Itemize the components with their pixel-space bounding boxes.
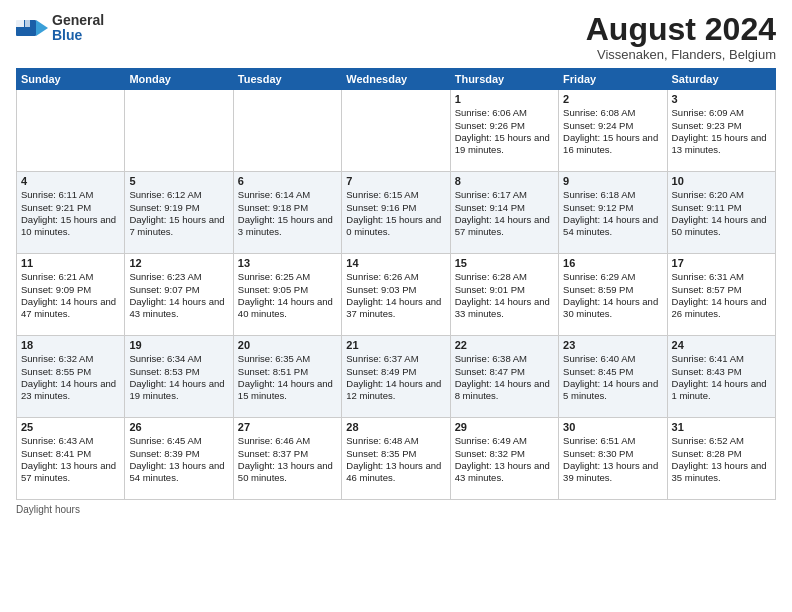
day-cell: 12Sunrise: 6:23 AMSunset: 9:07 PMDayligh…: [125, 254, 233, 336]
day-info-line: Sunrise: 6:46 AM: [238, 435, 337, 447]
day-info-line: Daylight: 14 hours and 50 minutes.: [672, 214, 771, 239]
day-info-line: Sunset: 8:39 PM: [129, 448, 228, 460]
day-info-line: Sunrise: 6:12 AM: [129, 189, 228, 201]
day-number: 14: [346, 257, 445, 269]
day-info-line: Sunset: 9:12 PM: [563, 202, 662, 214]
day-info-line: Sunset: 8:28 PM: [672, 448, 771, 460]
logo-general-text: General: [52, 13, 104, 28]
day-cell: 18Sunrise: 6:32 AMSunset: 8:55 PMDayligh…: [17, 336, 125, 418]
day-cell: [233, 90, 341, 172]
day-cell: 16Sunrise: 6:29 AMSunset: 8:59 PMDayligh…: [559, 254, 667, 336]
day-info-line: Sunset: 8:51 PM: [238, 366, 337, 378]
day-number: 6: [238, 175, 337, 187]
svg-rect-2: [16, 20, 24, 27]
day-number: 1: [455, 93, 554, 105]
day-info-line: Sunset: 9:19 PM: [129, 202, 228, 214]
day-info-line: Sunrise: 6:41 AM: [672, 353, 771, 365]
day-cell: 22Sunrise: 6:38 AMSunset: 8:47 PMDayligh…: [450, 336, 558, 418]
day-info-line: Daylight: 13 hours and 46 minutes.: [346, 460, 445, 485]
day-number: 16: [563, 257, 662, 269]
day-info-line: Sunrise: 6:17 AM: [455, 189, 554, 201]
day-info-line: Daylight: 14 hours and 43 minutes.: [129, 296, 228, 321]
day-number: 3: [672, 93, 771, 105]
day-info-line: Daylight: 14 hours and 37 minutes.: [346, 296, 445, 321]
day-number: 18: [21, 339, 120, 351]
day-number: 9: [563, 175, 662, 187]
day-number: 22: [455, 339, 554, 351]
day-info-line: Sunrise: 6:49 AM: [455, 435, 554, 447]
day-info-line: Sunset: 8:57 PM: [672, 284, 771, 296]
day-info-line: Sunset: 9:23 PM: [672, 120, 771, 132]
day-cell: 9Sunrise: 6:18 AMSunset: 9:12 PMDaylight…: [559, 172, 667, 254]
day-cell: 5Sunrise: 6:12 AMSunset: 9:19 PMDaylight…: [125, 172, 233, 254]
day-info-line: Sunrise: 6:08 AM: [563, 107, 662, 119]
day-cell: 2Sunrise: 6:08 AMSunset: 9:24 PMDaylight…: [559, 90, 667, 172]
day-cell: 1Sunrise: 6:06 AMSunset: 9:26 PMDaylight…: [450, 90, 558, 172]
day-number: 2: [563, 93, 662, 105]
day-info-line: Daylight: 14 hours and 8 minutes.: [455, 378, 554, 403]
day-info-line: Daylight: 14 hours and 15 minutes.: [238, 378, 337, 403]
day-info-line: Sunrise: 6:43 AM: [21, 435, 120, 447]
day-info-line: Sunrise: 6:26 AM: [346, 271, 445, 283]
day-info-line: Sunrise: 6:40 AM: [563, 353, 662, 365]
day-number: 30: [563, 421, 662, 433]
day-info-line: Sunrise: 6:14 AM: [238, 189, 337, 201]
day-cell: [17, 90, 125, 172]
day-info-line: Sunset: 9:07 PM: [129, 284, 228, 296]
day-cell: 7Sunrise: 6:15 AMSunset: 9:16 PMDaylight…: [342, 172, 450, 254]
day-number: 17: [672, 257, 771, 269]
day-cell: [125, 90, 233, 172]
day-info-line: Daylight: 14 hours and 30 minutes.: [563, 296, 662, 321]
day-info-line: Sunset: 9:03 PM: [346, 284, 445, 296]
day-info-line: Daylight: 15 hours and 19 minutes.: [455, 132, 554, 157]
day-info-line: Daylight: 14 hours and 40 minutes.: [238, 296, 337, 321]
day-info-line: Sunset: 8:30 PM: [563, 448, 662, 460]
logo-icon: [16, 12, 48, 44]
day-number: 25: [21, 421, 120, 433]
day-info-line: Sunset: 9:01 PM: [455, 284, 554, 296]
column-header-friday: Friday: [559, 69, 667, 90]
day-info-line: Sunrise: 6:32 AM: [21, 353, 120, 365]
day-info-line: Sunrise: 6:18 AM: [563, 189, 662, 201]
logo-blue-text: Blue: [52, 28, 104, 43]
column-header-saturday: Saturday: [667, 69, 775, 90]
day-info-line: Sunrise: 6:48 AM: [346, 435, 445, 447]
day-number: 13: [238, 257, 337, 269]
day-cell: 8Sunrise: 6:17 AMSunset: 9:14 PMDaylight…: [450, 172, 558, 254]
day-info-line: Sunset: 8:41 PM: [21, 448, 120, 460]
day-number: 10: [672, 175, 771, 187]
day-info-line: Sunset: 9:09 PM: [21, 284, 120, 296]
week-row-4: 18Sunrise: 6:32 AMSunset: 8:55 PMDayligh…: [17, 336, 776, 418]
day-cell: 27Sunrise: 6:46 AMSunset: 8:37 PMDayligh…: [233, 418, 341, 500]
day-info-line: Sunrise: 6:06 AM: [455, 107, 554, 119]
day-cell: 13Sunrise: 6:25 AMSunset: 9:05 PMDayligh…: [233, 254, 341, 336]
day-info-line: Sunset: 8:53 PM: [129, 366, 228, 378]
day-cell: 14Sunrise: 6:26 AMSunset: 9:03 PMDayligh…: [342, 254, 450, 336]
day-info-line: Daylight: 14 hours and 5 minutes.: [563, 378, 662, 403]
logo-text: General Blue: [52, 13, 104, 44]
day-info-line: Sunrise: 6:31 AM: [672, 271, 771, 283]
svg-rect-3: [25, 20, 30, 27]
day-cell: 15Sunrise: 6:28 AMSunset: 9:01 PMDayligh…: [450, 254, 558, 336]
calendar-page: General Blue August 2024 Vissenaken, Fla…: [0, 0, 792, 612]
day-number: 5: [129, 175, 228, 187]
footer: Daylight hours: [16, 504, 776, 515]
calendar-table: SundayMondayTuesdayWednesdayThursdayFrid…: [16, 68, 776, 500]
day-info-line: Daylight: 13 hours and 54 minutes.: [129, 460, 228, 485]
day-info-line: Sunrise: 6:52 AM: [672, 435, 771, 447]
column-header-wednesday: Wednesday: [342, 69, 450, 90]
day-info-line: Sunset: 8:47 PM: [455, 366, 554, 378]
day-number: 31: [672, 421, 771, 433]
day-cell: 30Sunrise: 6:51 AMSunset: 8:30 PMDayligh…: [559, 418, 667, 500]
day-cell: 11Sunrise: 6:21 AMSunset: 9:09 PMDayligh…: [17, 254, 125, 336]
day-info-line: Sunrise: 6:29 AM: [563, 271, 662, 283]
title-block: August 2024 Vissenaken, Flanders, Belgiu…: [586, 12, 776, 62]
day-number: 21: [346, 339, 445, 351]
day-cell: 19Sunrise: 6:34 AMSunset: 8:53 PMDayligh…: [125, 336, 233, 418]
day-cell: 29Sunrise: 6:49 AMSunset: 8:32 PMDayligh…: [450, 418, 558, 500]
day-info-line: Sunrise: 6:28 AM: [455, 271, 554, 283]
day-number: 11: [21, 257, 120, 269]
day-cell: 26Sunrise: 6:45 AMSunset: 8:39 PMDayligh…: [125, 418, 233, 500]
day-cell: 23Sunrise: 6:40 AMSunset: 8:45 PMDayligh…: [559, 336, 667, 418]
day-info-line: Sunset: 9:05 PM: [238, 284, 337, 296]
